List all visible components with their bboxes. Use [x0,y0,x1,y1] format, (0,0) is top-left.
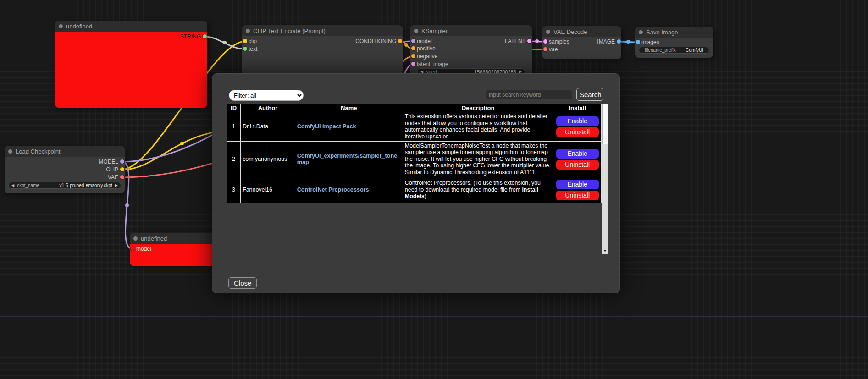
widget-value: v1-5-pruned-emaonly.ckpt [59,183,112,188]
scrollbar-thumb[interactable] [602,104,608,144]
node-title-bar[interactable]: undefined [55,21,207,32]
slot-pin[interactable] [243,47,247,51]
output-slot-image[interactable]: IMAGE [597,38,621,45]
cell-install: Enable Uninstall [553,112,602,142]
input-slot-positive[interactable]: positive [410,45,436,52]
slot-pin[interactable] [617,39,621,44]
node-save-image[interactable]: Save Image images filename_prefix ComfyU… [635,27,713,58]
node-collapse-dot[interactable] [639,30,643,34]
slot-pin[interactable] [120,167,124,171]
uninstall-button[interactable]: Uninstall [556,160,599,170]
slot-pin[interactable] [527,39,531,43]
stepper-left-icon[interactable]: ◀ [11,182,14,189]
node-undefined-top[interactable]: undefined STRING [55,21,207,108]
extension-link[interactable]: ComfyUI_experiments/sampler_tonemap [297,153,397,165]
extension-link[interactable]: ComfyUI Impact Pack [297,123,356,130]
wire-dot [626,40,630,44]
filename-prefix-widget[interactable]: filename_prefix ComfyUI [639,47,709,54]
node-title-bar[interactable]: VAE Decode [542,26,621,37]
node-title-bar[interactable]: KSampler [410,25,532,36]
output-slot-clip[interactable]: CLIP [106,166,125,173]
node-body[interactable]: images filename_prefix ComfyUI [635,38,713,58]
wire-dot [125,203,129,207]
node-title: undefined [141,235,167,242]
input-slot-negative[interactable]: negative [410,53,437,60]
cell-author: Fannovel16 [241,177,295,203]
slot-pin[interactable] [411,46,415,50]
enable-button[interactable]: Enable [556,180,599,189]
enable-button[interactable]: Enable [556,116,599,126]
slot-pin[interactable] [411,54,415,58]
input-slot-latent-image[interactable]: latent_image [410,61,448,67]
uninstall-button[interactable]: Uninstall [556,191,599,200]
output-slot-model[interactable]: MODEL [99,159,125,165]
slot-pin[interactable] [203,34,207,38]
cell-description: ModelSamplerTonemapNoiseTest a node that… [403,141,553,177]
slot-label: MODEL [99,159,118,165]
node-load-checkpoint[interactable]: Load Checkpoint MODEL CLIP VAE ◀ ckpt_na… [5,146,125,193]
node-body[interactable]: model [130,244,215,266]
header-id: ID [227,104,241,112]
node-title: VAE Decode [553,28,587,35]
ckpt-name-widget[interactable]: ◀ ckpt_name v1-5-pruned-emaonly.ckpt ▶ [8,182,121,189]
cell-author: comfyanonymous [241,141,295,177]
slot-pin[interactable] [120,159,124,164]
table-scrollbar[interactable]: ▼ [602,104,608,254]
output-slot-vae[interactable]: VAE [108,174,125,181]
input-slot-vae[interactable]: vae [542,46,558,53]
input-slot-samples[interactable]: samples [542,38,569,45]
node-body[interactable]: samples vae IMAGE [542,37,621,59]
slot-pin[interactable] [120,175,124,179]
input-slot-model[interactable]: model [130,246,151,252]
slot-pin[interactable] [398,39,402,43]
node-title: Load Checkpoint [16,148,61,155]
output-slot-conditioning[interactable]: CONDITIONING [355,38,403,44]
uninstall-button[interactable]: Uninstall [556,127,599,137]
extension-link[interactable]: ControlNet Preprocessors [297,187,369,193]
output-slot-latent[interactable]: LATENT [505,38,532,44]
node-title-bar[interactable]: undefined [130,233,215,244]
close-button[interactable]: Close [228,277,257,289]
node-collapse-dot[interactable] [246,29,250,33]
search-button[interactable]: Search [576,88,603,101]
node-title: CLIP Text Encode (Prompt) [253,27,326,34]
output-slot-string[interactable]: STRING [180,33,207,40]
node-body[interactable]: MODEL CLIP VAE ◀ ckpt_name v1-5-pruned-e… [5,157,125,193]
node-title-bar[interactable]: Save Image [635,27,713,38]
filter-select[interactable]: Filter: all [229,90,304,101]
node-vae-decode[interactable]: VAE Decode samples vae IMAGE [542,26,621,59]
input-slot-images[interactable]: images [635,39,659,45]
scrollbar-down-icon[interactable]: ▼ [602,248,608,254]
node-collapse-dot[interactable] [59,24,63,28]
slot-pin[interactable] [543,39,547,44]
node-title-bar[interactable]: CLIP Text Encode (Prompt) [242,25,403,36]
node-collapse-dot[interactable] [546,30,550,34]
slot-pin[interactable] [636,40,640,44]
slot-pin[interactable] [243,39,247,43]
input-slot-text[interactable]: text [242,46,257,52]
node-collapse-dot[interactable] [414,29,418,33]
node-collapse-dot[interactable] [133,236,138,241]
stepper-right-icon[interactable]: ▶ [115,182,118,189]
search-input[interactable] [486,90,572,99]
slot-pin[interactable] [131,247,135,251]
node-title-bar[interactable]: Load Checkpoint [5,146,125,157]
wire-dot [223,41,227,44]
cell-id: 1 [227,112,241,142]
slot-pin[interactable] [543,47,547,51]
enable-button[interactable]: Enable [556,149,599,159]
node-title: undefined [66,23,92,30]
input-slot-model[interactable]: model [410,38,432,44]
extension-table-wrap: ID Author Name Description Install 1 Dr.… [227,104,602,203]
graph-canvas[interactable]: { "colors": { "model": "#b39ddb", "clip"… [0,0,868,379]
input-slot-clip[interactable]: clip [242,38,257,44]
node-collapse-dot[interactable] [8,149,12,154]
widget-value: ComfyUI [686,48,703,53]
wire-dot [535,39,539,43]
node-body[interactable]: STRING [55,32,207,108]
slot-pin[interactable] [411,62,415,66]
extension-table: ID Author Name Description Install 1 Dr.… [227,104,602,203]
description-text: ControlNet Preprocessors. (To use this e… [405,180,541,193]
node-undefined-bottom[interactable]: undefined model [130,233,215,266]
slot-pin[interactable] [411,39,415,43]
